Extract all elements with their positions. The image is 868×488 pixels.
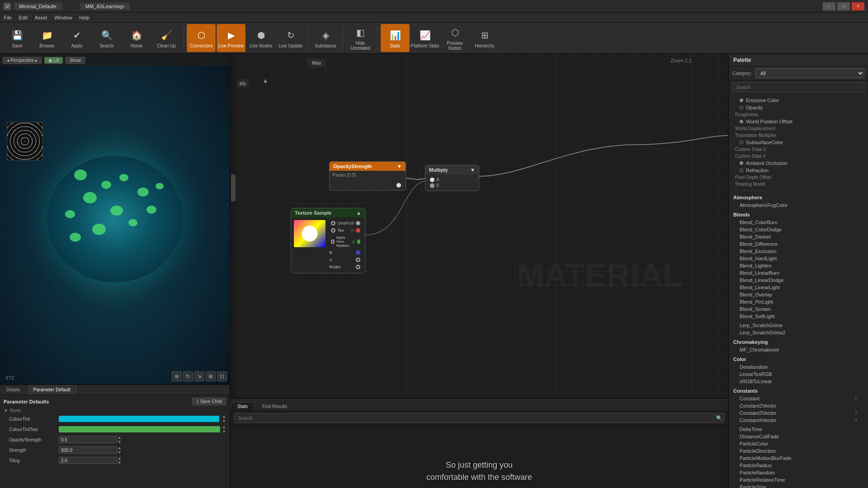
palette-item-lerp-scratchgrime2[interactable]: Lerp_ScratchGrime2: [729, 329, 868, 336]
home-button[interactable]: 🏠 Home: [122, 24, 151, 52]
scroll-arrow-up[interactable]: ▲: [262, 77, 269, 84]
param-arrows-colourtint[interactable]: ▲ ▼: [222, 414, 226, 423]
close-btn[interactable]: ✕: [852, 2, 864, 10]
palette-item-customdatav[interactable]: Custom Data V: [729, 153, 868, 160]
connectors-button[interactable]: ⬡ Connectors: [187, 24, 216, 52]
palette-item-particlecolor[interactable]: ParticleColor: [729, 440, 868, 447]
node-texture-sample[interactable]: Texture Sample ▲ UVs RGB: [291, 208, 365, 273]
palette-item-subsurfacecolor[interactable]: SubsurfaceColor: [729, 139, 868, 146]
palette-item-blend-difference[interactable]: Blend_Difference: [729, 240, 868, 248]
menu-file[interactable]: File: [4, 15, 12, 20]
livenodes-button[interactable]: ⬢ Live Nodes: [246, 24, 275, 52]
palette-item-ambientocclusion[interactable]: Ambient Occlusion: [729, 160, 868, 167]
minimize-btn[interactable]: −: [823, 2, 835, 10]
palette-item-blend-screen[interactable]: Blend_Screen: [729, 305, 868, 313]
previewnodes-button[interactable]: ⬡ Preview Nodes: [440, 24, 469, 52]
node-multiply[interactable]: Multiply ▼ A B: [425, 165, 479, 191]
node-texture-expand[interactable]: ▲: [356, 210, 361, 216]
palette-item-customdatau[interactable]: Custom Data U: [729, 146, 868, 153]
param-input-opacitystrength[interactable]: [59, 436, 118, 443]
menu-edit[interactable]: Edit: [19, 15, 28, 20]
section-header-blends[interactable]: Blends: [729, 211, 868, 219]
param-arrows-opacitystrength[interactable]: ▲ ▼: [118, 435, 122, 444]
palette-item-constant2vector[interactable]: Constant2Vector: [729, 402, 868, 409]
palette-item-constant4vector[interactable]: Constant4Vector 4: [729, 417, 868, 424]
palette-item-blend-lineardodge[interactable]: Blend_LinearDodge: [729, 277, 868, 284]
palette-item-worlddisplacement[interactable]: World Displacement: [729, 125, 868, 132]
palette-item-particlesize[interactable]: ParticleSize: [729, 483, 868, 488]
palette-item-lerp-scratchgrime[interactable]: Lerp_ScratchGrime: [729, 322, 868, 329]
palette-item-distancecullfade[interactable]: DistanceCullFade: [729, 433, 868, 440]
vp-show-btn[interactable]: Show: [66, 57, 85, 64]
vp-mode-btn[interactable]: ◂ Perspective ▸: [3, 57, 42, 64]
vp-nav-translate[interactable]: ⊕: [172, 371, 182, 381]
palette-item-srgbtolinear[interactable]: sRGBToLinear: [729, 378, 868, 385]
liveupdate-button[interactable]: ↻ Live Update: [276, 24, 305, 52]
palette-item-desaturation[interactable]: Desaturation: [729, 363, 868, 371]
save-child-button[interactable]: 1 Save Child: [192, 398, 226, 405]
platformstats-button[interactable]: 📈 Platform Stats: [410, 24, 439, 52]
param-bar-colourtint[interactable]: [59, 416, 219, 422]
tab-details[interactable]: Details: [0, 385, 27, 394]
palette-item-atmosphericfogcolor[interactable]: AtmosphericFogColor: [729, 202, 868, 209]
param-input-strength[interactable]: [59, 446, 118, 454]
palette-item-mf-chromakeyer[interactable]: MF_Chromakeyer: [729, 346, 868, 353]
node-editor[interactable]: Zoom 1:1 Max ply ▲ OpacityStrength ▼ Par…: [231, 54, 728, 398]
apply-button[interactable]: ✔ Apply: [62, 24, 91, 52]
search-go-button[interactable]: 🔍: [714, 413, 724, 423]
palette-item-opacity[interactable]: Opacity: [729, 104, 868, 111]
node-expand-icon[interactable]: ▼: [397, 164, 402, 169]
cleanup-button[interactable]: 🧹 Clean Up: [152, 24, 181, 52]
palette-item-constant[interactable]: Constant 1: [729, 395, 868, 402]
section-header-chromakeying[interactable]: Chromakeying: [729, 338, 868, 346]
node-opacitystrength[interactable]: OpacityStrength ▼ Param (0.5): [329, 161, 406, 191]
palette-item-shadingmodel[interactable]: Shading Model: [729, 181, 868, 188]
hideunrelated-button[interactable]: ◧ Hide Unrelated: [346, 24, 375, 52]
save-button[interactable]: 💾 Save: [3, 24, 32, 52]
hierarchy-button[interactable]: ⊞ Hierarchy: [470, 24, 499, 52]
palette-item-deltatime[interactable]: DeltaTime: [729, 426, 868, 433]
palette-item-refraction[interactable]: Refraction: [729, 167, 868, 174]
palette-item-blend-overlay[interactable]: Blend_Overlay: [729, 291, 868, 298]
palette-item-roughness[interactable]: Roughness: [729, 111, 868, 118]
param-arrows-colourtinttwo[interactable]: ▲ ▼: [222, 425, 226, 434]
palette-item-pixeldepthoffset[interactable]: Pixel Depth Offset: [729, 174, 868, 181]
palette-item-emissivecolor[interactable]: Emissive Color: [729, 97, 868, 104]
vp-lit-btn[interactable]: ◉ Lit: [44, 57, 63, 64]
palette-item-blend-colorburn[interactable]: Blend_ColorBurn: [729, 219, 868, 226]
palette-item-worldposoffset[interactable]: World Position Offset: [729, 118, 868, 125]
palette-item-blend-softlight[interactable]: Blend_SoftLight: [729, 313, 868, 320]
palette-item-blend-darken[interactable]: Blend_Darken: [729, 233, 868, 240]
param-arrows-strength[interactable]: ▲ ▼: [118, 446, 122, 455]
livepreview-button[interactable]: ▶ Live Preview: [217, 24, 245, 52]
menu-help[interactable]: Help: [79, 15, 90, 20]
stats-button[interactable]: 📊 Stats: [381, 24, 410, 52]
bottom-search-input[interactable]: [234, 413, 713, 423]
palette-item-blend-colordodge[interactable]: Blend_ColorDodge: [729, 226, 868, 233]
tab-param-default[interactable]: Parameter Default:: [27, 385, 78, 394]
palette-item-particledirection[interactable]: ParticleDirection: [729, 447, 868, 455]
vp-nav-rotate[interactable]: ↻: [183, 371, 193, 381]
substance-button[interactable]: ◈ Substance: [311, 24, 340, 52]
vp-nav-extra[interactable]: ⊡: [217, 371, 227, 381]
palette-item-blend-exclusion[interactable]: Blend_Exclusion: [729, 248, 868, 255]
param-input-tiling[interactable]: [59, 457, 118, 464]
tab-find-results[interactable]: Find Results: [255, 402, 294, 411]
palette-item-blend-linearlight[interactable]: Blend_LinearLight: [729, 284, 868, 291]
section-header-constants[interactable]: Constants: [729, 387, 868, 395]
palette-item-lineartosrgb[interactable]: LinearTosRGB: [729, 371, 868, 378]
param-bar-colourtinttwo[interactable]: [59, 426, 220, 432]
category-select[interactable]: All: [755, 68, 864, 78]
search-button[interactable]: 🔍 Search: [92, 24, 121, 52]
browse-button[interactable]: 📁 Browse: [33, 24, 61, 52]
maximize-btn[interactable]: □: [837, 2, 850, 10]
palette-item-translmultiplier[interactable]: Translation Multiplier: [729, 132, 868, 139]
palette-item-blend-lighten[interactable]: Blend_Lighten: [729, 262, 868, 269]
tab-stats[interactable]: Stats: [231, 402, 255, 411]
vp-nav-scale[interactable]: ⇲: [194, 371, 204, 381]
palette-item-blend-linearburn[interactable]: Blend_LinearBurn: [729, 269, 868, 277]
palette-item-particlerandom[interactable]: ParticleRandom: [729, 469, 868, 476]
vp-nav-fit[interactable]: ⊞: [206, 371, 216, 381]
menu-window[interactable]: Window: [54, 15, 72, 20]
section-header-color[interactable]: Color: [729, 355, 868, 363]
